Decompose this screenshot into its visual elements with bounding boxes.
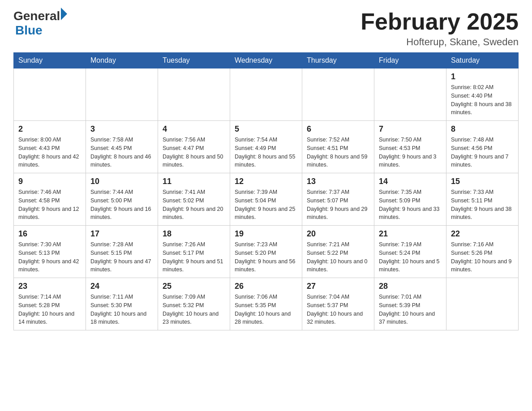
calendar-title: February 2025 <box>360 9 519 34</box>
weekday-header-thursday: Thursday <box>302 53 374 68</box>
weekday-header-monday: Monday <box>86 53 158 68</box>
weekday-header-sunday: Sunday <box>14 53 86 68</box>
weekday-header-tuesday: Tuesday <box>158 53 230 68</box>
calendar-cell: 18Sunrise: 7:26 AMSunset: 5:17 PMDayligh… <box>158 226 230 278</box>
day-info: Sunrise: 7:09 AMSunset: 5:32 PMDaylight:… <box>163 293 225 326</box>
day-info: Sunrise: 7:33 AMSunset: 5:11 PMDaylight:… <box>451 188 514 222</box>
logo: General Blue <box>13 9 67 38</box>
day-number: 16 <box>18 229 81 239</box>
calendar-cell: 22Sunrise: 7:16 AMSunset: 5:26 PMDayligh… <box>446 226 519 278</box>
calendar-cell: 25Sunrise: 7:09 AMSunset: 5:32 PMDayligh… <box>158 278 230 330</box>
calendar-cell <box>230 68 302 121</box>
calendar-subtitle: Hofterup, Skane, Sweden <box>360 36 519 48</box>
calendar-week-row: 23Sunrise: 7:14 AMSunset: 5:28 PMDayligh… <box>14 278 519 330</box>
calendar-cell <box>302 68 374 121</box>
day-number: 2 <box>18 124 81 134</box>
day-info: Sunrise: 7:50 AMSunset: 4:53 PMDaylight:… <box>379 136 442 169</box>
day-number: 25 <box>163 282 225 291</box>
calendar-cell: 26Sunrise: 7:06 AMSunset: 5:35 PMDayligh… <box>230 278 302 330</box>
day-number: 22 <box>451 229 514 239</box>
day-info: Sunrise: 7:28 AMSunset: 5:15 PMDaylight:… <box>90 240 153 274</box>
calendar-cell: 12Sunrise: 7:39 AMSunset: 5:04 PMDayligh… <box>230 173 302 226</box>
day-number: 7 <box>379 124 442 134</box>
logo-blue-text: Blue <box>15 23 67 38</box>
day-info: Sunrise: 7:14 AMSunset: 5:28 PMDaylight:… <box>18 293 81 326</box>
calendar-cell: 7Sunrise: 7:50 AMSunset: 4:53 PMDaylight… <box>374 121 446 173</box>
day-number: 9 <box>18 177 81 186</box>
calendar-cell <box>86 68 158 121</box>
day-info: Sunrise: 7:41 AMSunset: 5:02 PMDaylight:… <box>163 188 225 222</box>
day-number: 24 <box>90 282 153 291</box>
day-number: 11 <box>163 177 225 186</box>
day-info: Sunrise: 7:04 AMSunset: 5:37 PMDaylight:… <box>307 293 369 326</box>
calendar-week-row: 1Sunrise: 8:02 AMSunset: 4:40 PMDaylight… <box>14 68 519 121</box>
day-number: 20 <box>307 229 369 239</box>
day-number: 4 <box>163 124 225 134</box>
day-info: Sunrise: 7:46 AMSunset: 4:58 PMDaylight:… <box>18 188 81 222</box>
calendar-week-row: 16Sunrise: 7:30 AMSunset: 5:13 PMDayligh… <box>14 226 519 278</box>
calendar-cell: 5Sunrise: 7:54 AMSunset: 4:49 PMDaylight… <box>230 121 302 173</box>
day-number: 17 <box>90 229 153 239</box>
calendar-cell: 16Sunrise: 7:30 AMSunset: 5:13 PMDayligh… <box>14 226 86 278</box>
day-info: Sunrise: 7:54 AMSunset: 4:49 PMDaylight:… <box>235 136 297 169</box>
day-info: Sunrise: 7:56 AMSunset: 4:47 PMDaylight:… <box>163 136 225 169</box>
calendar-cell: 17Sunrise: 7:28 AMSunset: 5:15 PMDayligh… <box>86 226 158 278</box>
calendar-cell <box>446 278 519 330</box>
calendar-cell: 11Sunrise: 7:41 AMSunset: 5:02 PMDayligh… <box>158 173 230 226</box>
day-info: Sunrise: 8:02 AMSunset: 4:40 PMDaylight:… <box>451 83 514 117</box>
day-info: Sunrise: 7:11 AMSunset: 5:30 PMDaylight:… <box>90 293 153 326</box>
day-number: 28 <box>379 282 442 291</box>
weekday-header-row: SundayMondayTuesdayWednesdayThursdayFrid… <box>14 53 519 68</box>
day-number: 15 <box>451 177 514 186</box>
calendar-cell: 6Sunrise: 7:52 AMSunset: 4:51 PMDaylight… <box>302 121 374 173</box>
calendar-cell <box>374 68 446 121</box>
day-number: 10 <box>90 177 153 186</box>
day-number: 5 <box>235 124 297 134</box>
calendar-cell: 8Sunrise: 7:48 AMSunset: 4:56 PMDaylight… <box>446 121 519 173</box>
calendar-week-row: 2Sunrise: 8:00 AMSunset: 4:43 PMDaylight… <box>14 121 519 173</box>
day-info: Sunrise: 7:01 AMSunset: 5:39 PMDaylight:… <box>379 293 442 326</box>
day-info: Sunrise: 7:44 AMSunset: 5:00 PMDaylight:… <box>90 188 153 222</box>
day-number: 6 <box>307 124 369 134</box>
day-info: Sunrise: 7:52 AMSunset: 4:51 PMDaylight:… <box>307 136 369 169</box>
logo-arrow-icon <box>61 8 67 20</box>
calendar-cell: 23Sunrise: 7:14 AMSunset: 5:28 PMDayligh… <box>14 278 86 330</box>
calendar-cell: 2Sunrise: 8:00 AMSunset: 4:43 PMDaylight… <box>14 121 86 173</box>
day-info: Sunrise: 7:21 AMSunset: 5:22 PMDaylight:… <box>307 240 369 274</box>
calendar-cell: 1Sunrise: 8:02 AMSunset: 4:40 PMDaylight… <box>446 68 519 121</box>
day-number: 8 <box>451 124 514 134</box>
calendar-cell: 9Sunrise: 7:46 AMSunset: 4:58 PMDaylight… <box>14 173 86 226</box>
title-section: February 2025 Hofterup, Skane, Sweden <box>360 9 519 48</box>
weekday-header-wednesday: Wednesday <box>230 53 302 68</box>
day-info: Sunrise: 8:00 AMSunset: 4:43 PMDaylight:… <box>18 136 81 169</box>
day-number: 26 <box>235 282 297 291</box>
day-info: Sunrise: 7:16 AMSunset: 5:26 PMDaylight:… <box>451 240 514 274</box>
calendar-cell: 28Sunrise: 7:01 AMSunset: 5:39 PMDayligh… <box>374 278 446 330</box>
calendar-cell: 4Sunrise: 7:56 AMSunset: 4:47 PMDaylight… <box>158 121 230 173</box>
day-info: Sunrise: 7:48 AMSunset: 4:56 PMDaylight:… <box>451 136 514 169</box>
calendar-cell <box>14 68 86 121</box>
calendar-cell: 10Sunrise: 7:44 AMSunset: 5:00 PMDayligh… <box>86 173 158 226</box>
day-number: 13 <box>307 177 369 186</box>
calendar-cell: 14Sunrise: 7:35 AMSunset: 5:09 PMDayligh… <box>374 173 446 226</box>
calendar-cell: 20Sunrise: 7:21 AMSunset: 5:22 PMDayligh… <box>302 226 374 278</box>
weekday-header-saturday: Saturday <box>446 53 519 68</box>
day-info: Sunrise: 7:06 AMSunset: 5:35 PMDaylight:… <box>235 293 297 326</box>
calendar-cell <box>158 68 230 121</box>
day-number: 27 <box>307 282 369 291</box>
day-number: 12 <box>235 177 297 186</box>
day-number: 23 <box>18 282 81 291</box>
calendar-cell: 19Sunrise: 7:23 AMSunset: 5:20 PMDayligh… <box>230 226 302 278</box>
calendar-cell: 27Sunrise: 7:04 AMSunset: 5:37 PMDayligh… <box>302 278 374 330</box>
day-info: Sunrise: 7:30 AMSunset: 5:13 PMDaylight:… <box>18 240 81 274</box>
day-info: Sunrise: 7:37 AMSunset: 5:07 PMDaylight:… <box>307 188 369 222</box>
day-number: 14 <box>379 177 442 186</box>
calendar-table: SundayMondayTuesdayWednesdayThursdayFrid… <box>13 52 519 330</box>
day-info: Sunrise: 7:39 AMSunset: 5:04 PMDaylight:… <box>235 188 297 222</box>
day-info: Sunrise: 7:19 AMSunset: 5:24 PMDaylight:… <box>379 240 442 274</box>
page-header: General Blue February 2025 Hofterup, Ska… <box>13 9 519 48</box>
calendar-cell: 3Sunrise: 7:58 AMSunset: 4:45 PMDaylight… <box>86 121 158 173</box>
calendar-week-row: 9Sunrise: 7:46 AMSunset: 4:58 PMDaylight… <box>14 173 519 226</box>
calendar-cell: 21Sunrise: 7:19 AMSunset: 5:24 PMDayligh… <box>374 226 446 278</box>
day-number: 18 <box>163 229 225 239</box>
